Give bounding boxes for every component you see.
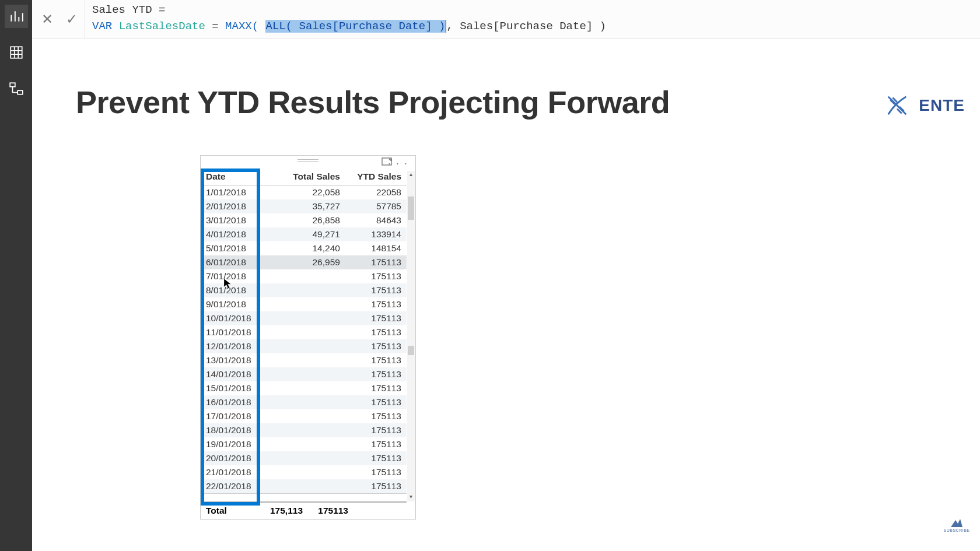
- svg-rect-1: [10, 83, 15, 87]
- drag-grip-icon[interactable]: [298, 159, 318, 162]
- table-row[interactable]: 11/01/2018175113: [201, 325, 407, 339]
- table-row[interactable]: 12/01/2018175113: [201, 339, 407, 353]
- cell-date: 18/01/2018: [201, 423, 279, 437]
- table-row[interactable]: 1/01/201822,05822058: [201, 185, 407, 200]
- brand-text: ENTE: [919, 96, 965, 115]
- cell-ytd-sales: 175113: [345, 395, 407, 409]
- cell-date: 20/01/2018: [201, 451, 279, 465]
- table-row[interactable]: 16/01/2018175113: [201, 395, 407, 409]
- table-row[interactable]: 4/01/201849,271133914: [201, 227, 407, 241]
- cell-total-sales: 26,858: [279, 213, 345, 227]
- table-row[interactable]: 19/01/2018175113: [201, 437, 407, 451]
- cell-ytd-sales: 175113: [345, 325, 407, 339]
- table-header-row: Date Total Sales YTD Sales: [201, 169, 407, 185]
- model-view-button[interactable]: [5, 77, 28, 100]
- table-row[interactable]: 5/01/201814,240148154: [201, 241, 407, 255]
- table-row[interactable]: 22/01/2018175113: [201, 479, 407, 494]
- cell-ytd-sales: 175113: [345, 255, 407, 269]
- cell-total-sales: [279, 353, 345, 367]
- cell-ytd-sales: 175113: [345, 437, 407, 451]
- cell-total-sales: [279, 465, 345, 479]
- scroll-down-arrow-icon[interactable]: ▾: [407, 493, 415, 501]
- cell-total-sales: [279, 269, 345, 283]
- visual-header: · · ·: [201, 156, 415, 169]
- app-root: ✕ ✓ Sales YTD = VAR LastSalesDate = MAXX…: [0, 0, 980, 551]
- table-row[interactable]: 6/01/201826,959175113: [201, 255, 407, 269]
- cell-ytd-sales: 133914: [345, 227, 407, 241]
- svg-rect-0: [10, 47, 22, 58]
- table-total-row: Total 175,113 175113: [201, 501, 407, 519]
- cell-total-sales: [279, 367, 345, 381]
- cell-date: 14/01/2018: [201, 367, 279, 381]
- cell-ytd-sales: 148154: [345, 241, 407, 255]
- col-header-date[interactable]: Date: [201, 169, 279, 185]
- cell-total-sales: [279, 283, 345, 297]
- cell-ytd-sales: 175113: [345, 451, 407, 465]
- total-ytd-sales: 175113: [308, 506, 354, 516]
- cell-date: 6/01/2018: [201, 255, 279, 269]
- table-row[interactable]: 13/01/2018175113: [201, 353, 407, 367]
- dax-editor[interactable]: Sales YTD = VAR LastSalesDate = MAXX( AL…: [85, 0, 980, 34]
- report-canvas[interactable]: Prevent YTD Results Projecting Forward E…: [32, 38, 980, 551]
- cell-total-sales: [279, 409, 345, 423]
- table-row[interactable]: 15/01/2018175113: [201, 381, 407, 395]
- cell-date: 10/01/2018: [201, 311, 279, 325]
- cell-date: 12/01/2018: [201, 339, 279, 353]
- cell-ytd-sales: 175113: [345, 311, 407, 325]
- cell-ytd-sales: 175113: [345, 381, 407, 395]
- vertical-scrollbar[interactable]: ▴ ▾: [407, 171, 415, 501]
- table-visual[interactable]: · · · Date Total Sales YTD Sales 1/01/20…: [200, 155, 416, 520]
- cell-total-sales: 26,959: [279, 255, 345, 269]
- report-view-button[interactable]: [5, 5, 28, 28]
- cell-ytd-sales: 175113: [345, 339, 407, 353]
- cell-ytd-sales: 22058: [345, 185, 407, 200]
- cell-total-sales: [279, 325, 345, 339]
- cell-ytd-sales: 175113: [345, 367, 407, 381]
- cell-ytd-sales: 84643: [345, 213, 407, 227]
- brand-logo: ENTE: [884, 92, 965, 119]
- col-header-total-sales[interactable]: Total Sales: [279, 169, 345, 185]
- cell-total-sales: [279, 451, 345, 465]
- scroll-thumb[interactable]: [408, 196, 414, 220]
- more-options-button[interactable]: · · ·: [388, 157, 408, 170]
- cell-total-sales: [279, 395, 345, 409]
- cell-ytd-sales: 175113: [345, 269, 407, 283]
- cell-ytd-sales: 175113: [345, 409, 407, 423]
- table-row[interactable]: 21/01/2018175113: [201, 465, 407, 479]
- scroll-thumb-secondary[interactable]: [408, 346, 414, 355]
- cell-date: 19/01/2018: [201, 437, 279, 451]
- table-row[interactable]: 10/01/2018175113: [201, 311, 407, 325]
- cell-total-sales: 22,058: [279, 185, 345, 200]
- subscribe-badge[interactable]: SUBSCRIBE: [946, 514, 967, 535]
- formula-bar: ✕ ✓ Sales YTD = VAR LastSalesDate = MAXX…: [32, 0, 980, 38]
- page-title: Prevent YTD Results Projecting Forward: [76, 84, 670, 120]
- cancel-formula-button[interactable]: ✕: [39, 11, 55, 27]
- cell-total-sales: [279, 339, 345, 353]
- data-view-button[interactable]: [5, 41, 28, 64]
- cell-ytd-sales: 175113: [345, 353, 407, 367]
- cell-date: 7/01/2018: [201, 269, 279, 283]
- cell-date: 9/01/2018: [201, 297, 279, 311]
- cell-total-sales: [279, 437, 345, 451]
- total-label: Total: [201, 506, 259, 516]
- cell-date: 5/01/2018: [201, 241, 279, 255]
- table-row[interactable]: 20/01/2018175113: [201, 451, 407, 465]
- total-total-sales: 175,113: [259, 506, 308, 516]
- table-scroll-region[interactable]: Date Total Sales YTD Sales 1/01/201822,0…: [201, 169, 407, 501]
- mouse-cursor-icon: [223, 278, 234, 289]
- dax-selection: ALL( Sales[Purchase Date] ): [265, 20, 446, 33]
- col-header-ytd-sales[interactable]: YTD Sales: [345, 169, 407, 185]
- cell-date: 2/01/2018: [201, 199, 279, 213]
- table-row[interactable]: 18/01/2018175113: [201, 423, 407, 437]
- table-row[interactable]: 2/01/201835,72757785: [201, 199, 407, 213]
- table-row[interactable]: 14/01/2018175113: [201, 367, 407, 381]
- cell-total-sales: 35,727: [279, 199, 345, 213]
- table-row[interactable]: 3/01/201826,85884643: [201, 213, 407, 227]
- scroll-up-arrow-icon[interactable]: ▴: [407, 171, 415, 179]
- data-table: Date Total Sales YTD Sales 1/01/201822,0…: [201, 169, 407, 494]
- commit-formula-button[interactable]: ✓: [64, 11, 80, 27]
- cell-date: 21/01/2018: [201, 465, 279, 479]
- cell-date: 17/01/2018: [201, 409, 279, 423]
- table-row[interactable]: 9/01/2018175113: [201, 297, 407, 311]
- table-row[interactable]: 17/01/2018175113: [201, 409, 407, 423]
